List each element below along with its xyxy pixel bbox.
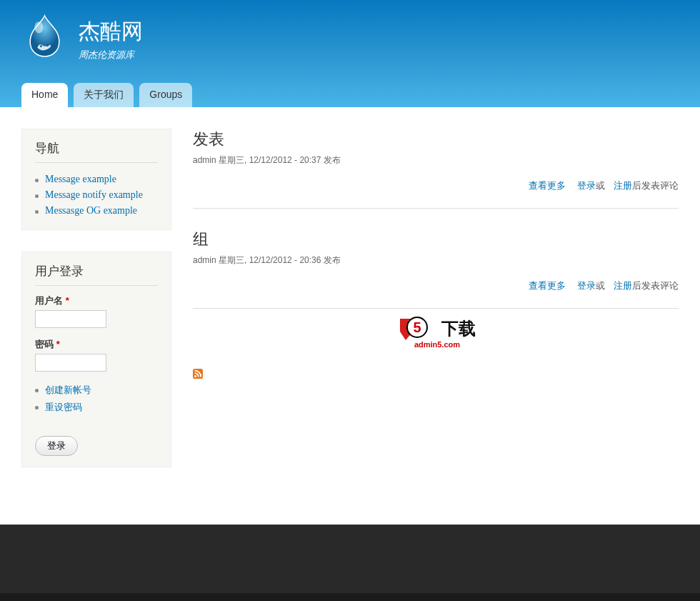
header-banner: 杰酷网 周杰伦资源库 Home 关于我们 Groups [0,0,700,107]
login-link[interactable]: 登录 [577,280,596,291]
site-name: 杰酷网 [79,17,143,46]
readmore-link[interactable]: 查看更多 [529,180,566,191]
after-text: 后发表评论 [632,180,679,191]
login-block: 用户登录 用户名 * 密码 * 创建新帐号 重设密码 登录 [21,252,171,467]
login-link[interactable]: 登录 [577,180,596,191]
site-slogan: 周杰伦资源库 [79,49,143,61]
footer-region [0,525,700,593]
nav-title: 导航 [35,140,158,163]
nav-item: Message notify example [35,187,158,203]
watermark-logo: 5 下载 admin5.com [193,316,679,356]
nav-item: Message example [35,172,158,187]
primary-tabs: Home 关于我们 Groups [21,83,192,107]
navigation-block: 导航 Message example Message notify exampl… [21,129,171,230]
article-1: 发表 admin 星期三, 12/12/2012 - 20:37 发布 查看更多… [193,129,679,209]
svg-point-2 [46,44,49,46]
or-text: 或 [596,280,605,291]
main-content: 发表 admin 星期三, 12/12/2012 - 20:37 发布 查看更多… [193,129,679,489]
rss-feed[interactable] [193,369,679,382]
register-link[interactable]: 注册 [614,180,632,191]
article-2: 组 admin 星期三, 12/12/2012 - 20:36 发布 查看更多 … [193,229,679,309]
tab-home[interactable]: Home [21,83,68,107]
article-meta: admin 星期三, 12/12/2012 - 20:37 发布 [193,154,679,167]
username-input[interactable] [35,310,106,328]
svg-point-0 [34,21,43,33]
article-title[interactable]: 组 [193,229,679,250]
or-text: 或 [596,180,605,191]
register-link[interactable]: 注册 [614,280,632,291]
login-title: 用户登录 [35,263,158,286]
login-button[interactable]: 登录 [35,436,78,456]
nav-link-message-example[interactable]: Message example [45,174,116,184]
nav-item: Messasge OG example [35,203,158,219]
password-label: 密码 * [35,338,158,351]
password-input[interactable] [35,354,106,372]
nav-link-message-og[interactable]: Messasge OG example [45,205,137,216]
svg-point-8 [194,375,196,377]
svg-text:下载: 下载 [441,319,476,338]
svg-point-1 [40,45,42,47]
list-item: 重设密码 [35,399,158,416]
svg-text:admin5.com: admin5.com [414,340,460,349]
drupal-logo-icon [21,13,68,59]
article-title[interactable]: 发表 [193,129,679,150]
tab-about[interactable]: 关于我们 [74,83,134,107]
svg-rect-7 [193,369,203,379]
list-item: 创建新帐号 [35,382,158,399]
readmore-link[interactable]: 查看更多 [529,280,566,291]
after-text: 后发表评论 [632,280,679,291]
rss-icon [193,369,203,379]
tab-groups[interactable]: Groups [139,83,192,107]
article-meta: admin 星期三, 12/12/2012 - 20:36 发布 [193,254,679,267]
svg-text:5: 5 [413,319,421,335]
username-label: 用户名 * [35,294,158,307]
create-account-link[interactable]: 创建新帐号 [45,384,91,395]
footer-bar: Powered by Drupal [0,593,700,601]
nav-link-message-notify[interactable]: Message notify example [45,189,143,200]
reset-password-link[interactable]: 重设密码 [45,402,82,412]
